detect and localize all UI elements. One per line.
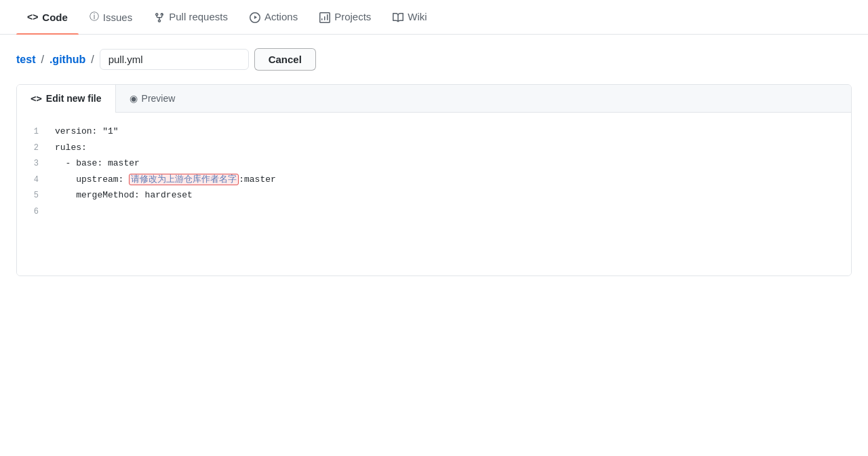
code-line-1: 1 version: "1" [17, 124, 851, 140]
nav-label-code: Code [42, 12, 68, 23]
edit-tab-label: Edit new file [46, 93, 102, 104]
code-line-4: 4 upstream: 请修改为上游仓库作者名字:master [17, 172, 851, 188]
nav-label-projects: Projects [334, 11, 371, 22]
nav-item-issues[interactable]: ⓘ Issues [79, 0, 143, 34]
line-number-5: 5 [17, 189, 50, 204]
edit-tab-icon: <> [31, 93, 42, 104]
code-line-2: 2 rules: [17, 140, 851, 156]
actions-icon [250, 11, 260, 22]
tab-edit-new-file[interactable]: <> Edit new file [16, 85, 116, 112]
line-content-5: mergeMethod: hardreset [50, 187, 851, 203]
editor-tabs: <> Edit new file ◉ Preview [17, 85, 851, 113]
line-number-1: 1 [17, 125, 50, 140]
line-number-4: 4 [17, 173, 50, 188]
code-line-3: 3 - base: master [17, 155, 851, 172]
nav-label-issues: Issues [103, 12, 132, 23]
projects-icon [319, 11, 330, 22]
nav-item-pull-requests[interactable]: Pull requests [143, 0, 239, 33]
code-line-6: 6 [17, 204, 851, 220]
line-number-6: 6 [17, 205, 50, 220]
highlighted-text: 请修改为上游仓库作者名字 [129, 174, 239, 185]
breadcrumb-repo[interactable]: test [16, 54, 35, 66]
editor-container: <> Edit new file ◉ Preview 1 version: "1… [16, 84, 852, 276]
line-content-2: rules: [50, 140, 851, 155]
nav-item-code[interactable]: <> Code [16, 1, 79, 34]
line-content-3: - base: master [50, 155, 851, 171]
breadcrumb-sep2: / [91, 54, 94, 66]
code-editor[interactable]: 1 version: "1" 2 rules: 3 - base: master… [17, 113, 851, 276]
filename-input[interactable] [100, 49, 249, 70]
nav-label-pull-requests: Pull requests [169, 11, 228, 22]
code-line-5: 5 mergeMethod: hardreset [17, 187, 851, 204]
nav-label-actions: Actions [264, 11, 298, 22]
line-number-3: 3 [17, 157, 50, 172]
nav-item-actions[interactable]: Actions [239, 0, 309, 33]
line-content-1: version: "1" [50, 124, 851, 139]
line-content-4: upstream: 请修改为上游仓库作者名字:master [50, 172, 851, 187]
cancel-button[interactable]: Cancel [254, 48, 316, 71]
tab-preview[interactable]: ◉ Preview [116, 85, 189, 112]
wiki-icon [393, 11, 403, 22]
nav-label-wiki: Wiki [408, 11, 427, 22]
breadcrumb-area: test / .github / Cancel [0, 35, 868, 84]
nav-item-wiki[interactable]: Wiki [382, 0, 437, 33]
breadcrumb-sep1: / [41, 54, 43, 66]
preview-tab-label: Preview [142, 93, 176, 104]
issues-icon: ⓘ [90, 11, 99, 23]
breadcrumb-folder[interactable]: .github [50, 54, 85, 66]
pull-requests-icon [154, 11, 165, 22]
code-icon: <> [27, 12, 38, 22]
preview-tab-icon: ◉ [130, 93, 138, 104]
line-number-2: 2 [17, 141, 50, 156]
line-content-6 [50, 204, 851, 219]
top-nav: <> Code ⓘ Issues Pull requests Actions P… [0, 0, 868, 35]
nav-item-projects[interactable]: Projects [309, 0, 382, 33]
